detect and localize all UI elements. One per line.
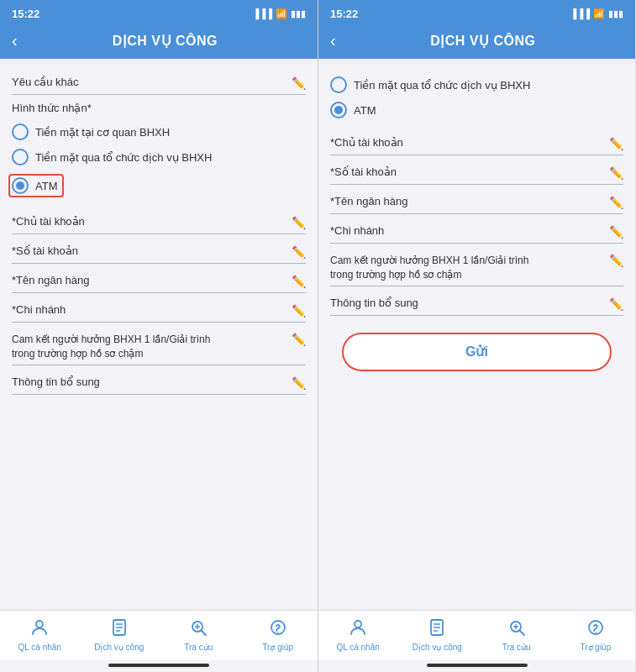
chu-tai-khoan-text-1: *Chủ tài khoản — [12, 215, 286, 230]
thong-tin-text-2: Thông tin bổ sung — [330, 297, 604, 312]
edit-icon-so-tk-1[interactable]: ✏️ — [292, 245, 306, 259]
nav-icon-search-1 — [189, 618, 208, 641]
svg-line-6 — [202, 631, 206, 635]
nav-dich-vu-cong-2[interactable]: Dịch vụ công — [397, 611, 476, 660]
edit-icon-chi-nhanh-2[interactable]: ✏️ — [609, 225, 623, 239]
field-so-tai-khoan-1[interactable]: *Số tài khoản ✏️ — [12, 238, 306, 264]
field-chi-nhanh-1[interactable]: *Chi nhánh ✏️ — [12, 297, 306, 323]
ten-ngan-hang-text-1: *Tên ngân hàng — [12, 274, 286, 289]
edit-icon-thong-tin-1[interactable]: ✏️ — [292, 376, 306, 390]
svg-point-21 — [595, 632, 597, 633]
send-button[interactable]: Gửi — [342, 333, 612, 371]
app-header-1: ‹ DỊCH VỤ CÔNG — [0, 25, 318, 59]
content-area-2: Tiền mặt qua tổ chức dịch vụ BHXH ATM *C… — [318, 59, 635, 610]
edit-icon-cam-ket-2[interactable]: ✏️ — [609, 254, 623, 267]
radio-group-1: Tiền mặt tại cơ quan BHXH Tiền mặt qua t… — [12, 119, 306, 202]
app-header-2: ‹ DỊCH VỤ CÔNG — [318, 25, 635, 59]
radio-circle-2a[interactable] — [330, 76, 347, 93]
nav-label-dvc-2: Dịch vụ công — [413, 643, 462, 653]
nav-label-ql-2: QL cá nhân — [336, 643, 379, 653]
edit-icon-chi-nhanh-1[interactable]: ✏️ — [292, 304, 306, 318]
field-chi-nhanh-2[interactable]: *Chi nhánh ✏️ — [330, 218, 623, 244]
edit-icon-chu-tk-1[interactable]: ✏️ — [292, 216, 306, 229]
edit-icon-ngan-hang-1[interactable]: ✏️ — [292, 275, 306, 288]
nav-icon-help-1 — [269, 618, 287, 641]
svg-point-10 — [277, 632, 279, 633]
radio-circle-1c[interactable] — [12, 177, 29, 194]
phone-screen-1: 15:22 ▐▐▐ 📶 ▮▮▮ ‹ DỊCH VỤ CÔNG Yêu cầu k… — [0, 0, 318, 672]
home-indicator-2 — [427, 664, 528, 667]
nav-ql-ca-nhan-2[interactable]: QL cá nhân — [318, 611, 397, 660]
field-thong-tin-bo-sung-1[interactable]: Thông tin bổ sung ✏️ — [12, 369, 306, 395]
field-cam-ket-2[interactable]: Cam kết người hưởng BHXH 1 lần/Giải trìn… — [330, 247, 623, 286]
field-yeu-cau-khac[interactable]: Yêu cầu khác ✏️ — [12, 69, 306, 95]
edit-icon-cam-ket-1[interactable]: ✏️ — [292, 333, 306, 346]
hinh-thuc-nhan-label: Hình thức nhận* — [12, 102, 306, 114]
content-area-1: Yêu cầu khác ✏️ Hình thức nhận* Tiền mặt… — [0, 59, 318, 610]
radio-atm-2[interactable]: ATM — [330, 97, 623, 123]
back-button-2[interactable]: ‹ — [330, 32, 336, 49]
status-icons-2: ▐▐▐ 📶 ▮▮▮ — [570, 8, 623, 19]
edit-icon-so-tk-2[interactable]: ✏️ — [609, 166, 623, 180]
radio-circle-1b[interactable] — [12, 149, 29, 165]
nav-icon-person-2 — [349, 618, 367, 641]
nav-label-tra-cuu-2: Tra cứu — [502, 643, 531, 653]
nav-tro-giup-1[interactable]: Trợ giúp — [239, 611, 318, 660]
nav-tro-giup-2[interactable]: Trợ giúp — [556, 611, 635, 660]
back-button-1[interactable]: ‹ — [12, 32, 18, 49]
yeu-cau-khac-text: Yêu cầu khác — [12, 76, 286, 91]
radio-label-1c: ATM — [35, 180, 57, 192]
ten-ngan-hang-text-2: *Tên ngân hàng — [330, 195, 604, 210]
bottom-nav-2: QL cá nhân Dịch vụ công — [318, 610, 635, 660]
field-so-tai-khoan-2[interactable]: *Số tài khoản ✏️ — [330, 159, 623, 185]
nav-tra-cuu-2[interactable]: Tra cứu — [477, 611, 556, 660]
radio-tien-mat-to-chuc[interactable]: Tiền mặt qua tổ chức dịch vụ BHXH — [12, 144, 306, 170]
field-ten-ngan-hang-2[interactable]: *Tên ngân hàng ✏️ — [330, 188, 623, 214]
field-ten-ngan-hang-1[interactable]: *Tên ngân hàng ✏️ — [12, 267, 306, 293]
signal-icon-1: ▐▐▐ — [253, 8, 272, 18]
header-title-2: DỊCH VỤ CÔNG — [343, 33, 623, 49]
status-time-1: 15:22 — [12, 8, 39, 20]
status-bar-1: 15:22 ▐▐▐ 📶 ▮▮▮ — [0, 0, 318, 25]
nav-dich-vu-cong-1[interactable]: Dịch vụ công — [80, 611, 160, 660]
battery-icon-1: ▮▮▮ — [291, 8, 306, 19]
header-title-1: DỊCH VỤ CÔNG — [24, 33, 306, 49]
bottom-nav-1: QL cá nhân Dịch vụ công — [0, 610, 318, 660]
nav-icon-doc-1 — [110, 618, 129, 641]
nav-label-tra-cuu-1: Tra cứu — [184, 643, 213, 653]
edit-icon-thong-tin-2[interactable]: ✏️ — [609, 297, 623, 311]
nav-tra-cuu-1[interactable]: Tra cứu — [159, 611, 239, 660]
form-content-2: Tiền mặt qua tổ chức dịch vụ BHXH ATM *C… — [318, 59, 635, 393]
atm-highlight-box: ATM — [8, 174, 64, 197]
edit-icon-chu-tk-2[interactable]: ✏️ — [609, 137, 623, 150]
chi-nhanh-text-1: *Chi nhánh — [12, 303, 286, 318]
so-tai-khoan-text-2: *Số tài khoản — [330, 165, 604, 181]
radio-atm-1[interactable]: ATM — [12, 170, 306, 202]
radio-circle-1a[interactable] — [12, 123, 29, 140]
edit-icon-yeu-cau[interactable]: ✏️ — [292, 76, 306, 90]
phone-screen-2: 15:22 ▐▐▐ 📶 ▮▮▮ ‹ DỊCH VỤ CÔNG Tiền mặt … — [318, 0, 635, 672]
field-cam-ket-1[interactable]: Cam kết người hưởng BHXH 1 lần/Giải trìn… — [12, 326, 306, 365]
so-tai-khoan-text-1: *Số tài khoản — [12, 244, 286, 260]
radio-tien-mat-to-chuc-2[interactable]: Tiền mặt qua tổ chức dịch vụ BHXH — [330, 72, 623, 97]
nav-icon-doc-2 — [428, 618, 446, 641]
nav-label-dvc-1: Dịch vụ công — [94, 643, 144, 653]
radio-tien-mat-co-quan[interactable]: Tiền mặt tại cơ quan BHXH — [12, 119, 306, 144]
edit-icon-ngan-hang-2[interactable]: ✏️ — [609, 196, 623, 209]
status-icons-1: ▐▐▐ 📶 ▮▮▮ — [253, 8, 306, 19]
battery-icon-2: ▮▮▮ — [608, 8, 623, 19]
svg-point-11 — [355, 621, 361, 627]
wifi-icon-1: 📶 — [276, 8, 287, 19]
field-chu-tai-khoan-1[interactable]: *Chủ tài khoản ✏️ — [12, 208, 306, 234]
nav-ql-ca-nhan-1[interactable]: QL cá nhân — [0, 611, 80, 660]
nav-icon-search-2 — [507, 618, 526, 641]
field-chu-tai-khoan-2[interactable]: *Chủ tài khoản ✏️ — [330, 129, 623, 155]
cam-ket-text-1: Cam kết người hưởng BHXH 1 lần/Giải trìn… — [12, 333, 286, 361]
field-thong-tin-bo-sung-2[interactable]: Thông tin bổ sung ✏️ — [330, 290, 623, 316]
nav-icon-help-2 — [586, 618, 605, 641]
home-indicator-1 — [108, 664, 209, 667]
radio-label-2b: ATM — [354, 104, 376, 117]
send-btn-container: Gửi — [330, 319, 623, 385]
radio-circle-2b[interactable] — [330, 102, 347, 118]
thong-tin-text-1: Thông tin bổ sung — [12, 375, 286, 391]
